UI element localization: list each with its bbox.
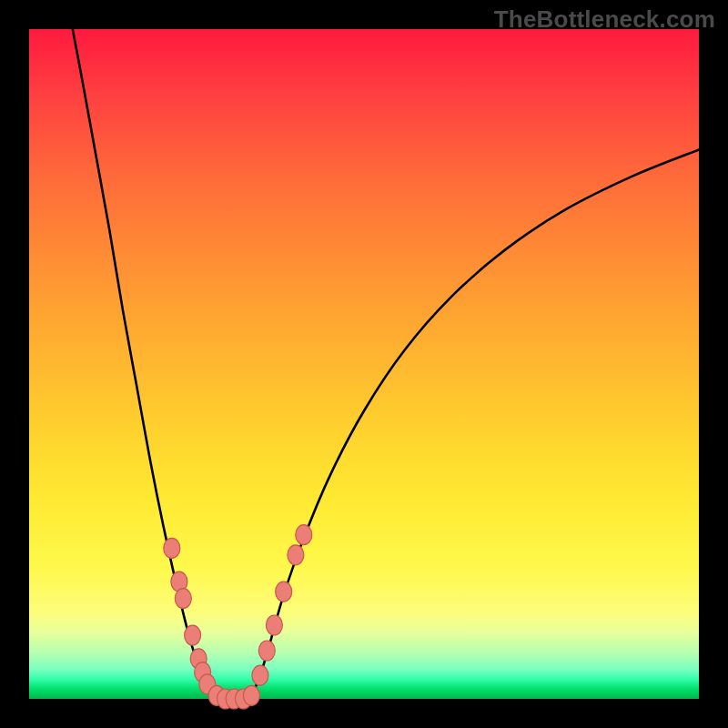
bead-marker xyxy=(258,641,275,661)
bead-marker xyxy=(252,665,268,685)
bead-marker xyxy=(266,615,282,635)
curve-layer xyxy=(29,29,699,699)
chart-frame: TheBottleneck.com xyxy=(0,0,728,728)
bead-marker xyxy=(175,589,191,609)
bead-markers xyxy=(164,525,312,709)
bead-marker xyxy=(243,685,259,705)
bead-marker xyxy=(185,625,201,645)
plot-area xyxy=(29,29,699,699)
bead-marker xyxy=(288,545,304,565)
bead-marker xyxy=(164,538,180,558)
bottleneck-curve xyxy=(73,29,699,701)
bead-marker xyxy=(296,525,312,545)
bead-marker xyxy=(276,581,292,602)
